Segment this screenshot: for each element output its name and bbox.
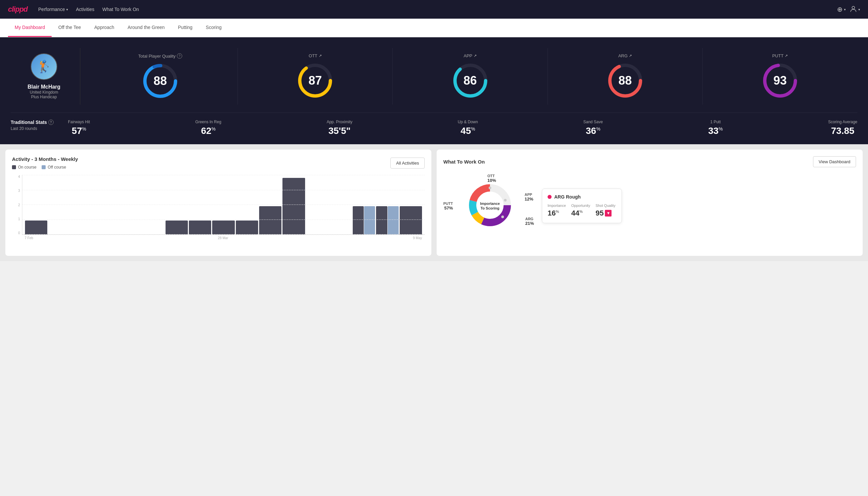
tab-approach[interactable]: Approach [88,19,121,37]
bar-group [329,175,352,234]
info-icon-trad[interactable]: ? [48,120,53,125]
app-logo: clippd [8,5,28,14]
stat-item-up-down: Up & Down 45% [458,120,478,136]
stat-label: 1 Putt [710,120,721,124]
nav-items: Performance ▾ Activities What To Work On [38,5,826,13]
stat-label: Up & Down [458,120,478,124]
chart-area [22,175,425,235]
player-info: 🏌️ Blair McHarg United Kingdom Plus Hand… [11,53,77,99]
stat-value: 36% [586,126,601,136]
bar-group [25,175,47,234]
bar-offcourse [388,206,399,234]
quality-value-app: 86 [463,74,477,88]
bar-group [236,175,258,234]
detail-metric-opportunity: Opportunity 44% [571,203,590,218]
arrow-up-icon-arg: ↗ [629,53,632,58]
stat-item-sand-save: Sand Save 36% [583,120,603,136]
add-chevron-icon: ▾ [844,7,846,11]
traditional-stats-row: Traditional Stats ? Last 20 rounds Fairw… [11,113,857,136]
user-menu-button[interactable]: ▾ [850,5,860,14]
tab-my-dashboard[interactable]: My Dashboard [8,19,52,37]
ring-total: 88 [142,63,178,99]
y-label-4: 4 [12,175,20,179]
bar-group [282,175,305,234]
nav-item-performance[interactable]: Performance ▾ [38,5,68,13]
legend-on-course: On course [12,165,36,170]
player-country: United Kingdom [30,90,58,95]
svg-point-17 [489,187,491,189]
bar-oncourse [165,220,188,235]
user-chevron-icon: ▾ [858,7,860,11]
svg-point-18 [504,199,507,202]
view-dashboard-button[interactable]: View Dashboard [813,156,856,167]
arrow-up-icon-putt: ↗ [785,53,788,58]
tab-scoring[interactable]: Scoring [199,19,228,37]
quality-label-total: Total Player Quality ? [138,53,182,59]
quality-card-total: Total Player Quality ? 88 [83,48,238,105]
y-axis: 0 1 2 3 4 [12,175,20,235]
detail-metric-shot-quality: Shot Quality 95 ▼ [596,203,616,218]
player-quality-row: 🏌️ Blair McHarg United Kingdom Plus Hand… [11,48,857,105]
add-button[interactable]: ⊕ ▾ [837,5,846,13]
quality-label-putt: PUTT ↗ [772,53,788,58]
quality-label-ott: OTT ↗ [309,53,322,58]
bar-group [259,175,282,234]
stat-value: 62% [201,126,216,136]
y-label-1: 1 [12,217,20,221]
detail-card: ARG Rough Importance 16% Opportunity 44%… [542,188,622,223]
player-handicap: Plus Handicap [31,95,57,99]
bar-oncourse [282,178,305,234]
off-course-dot [42,165,46,169]
plus-circle-icon: ⊕ [837,5,843,13]
opportunity-value: 44% [571,209,590,218]
detail-card-title: ARG Rough [548,194,616,200]
quality-value-arg: 88 [618,74,632,88]
x-label-feb: 7 Feb [25,236,33,240]
y-label-2: 2 [12,203,20,207]
on-course-dot [12,165,16,169]
stat-label: Scoring Average [828,120,857,124]
tab-around-the-green[interactable]: Around the Green [121,19,171,37]
arrow-up-icon: ↗ [319,53,322,58]
bar-group [212,175,235,234]
donut-dots [467,182,513,230]
all-activities-button[interactable]: All Activities [390,158,425,169]
bar-group [376,175,398,234]
stat-value: 33% [708,126,723,136]
what-to-work-on-card: What To Work On View Dashboard PUTT 57% … [437,150,863,256]
bar-oncourse [259,206,282,234]
bar-group [142,175,164,234]
tab-off-the-tee[interactable]: Off the Tee [52,19,88,37]
ring-ott: 87 [297,62,333,99]
info-icon[interactable]: ? [177,53,182,59]
svg-point-0 [852,6,855,9]
bar-oncourse [376,206,387,234]
divider [80,48,80,105]
hero-section: 🏌️ Blair McHarg United Kingdom Plus Hand… [0,37,868,144]
importance-value: 16% [548,209,566,218]
quality-label-arg: ARG ↗ [618,53,632,58]
donut-label-ott: OTT 10% [487,174,496,183]
bar-group [400,175,422,234]
bar-group [165,175,188,234]
x-label-mar: 28 Mar [218,236,228,240]
bar-group [306,175,328,234]
x-axis: 7 Feb 28 Mar 9 May [22,236,425,240]
tab-putting[interactable]: Putting [171,19,199,37]
bar-group [189,175,211,234]
quality-label-app: APP ↗ [464,53,477,58]
donut-label-putt: PUTT 57% [443,202,453,211]
bar-group [353,175,375,234]
y-label-3: 3 [12,189,20,192]
stat-label: App. Proximity [327,120,352,124]
nav-item-activities[interactable]: Activities [76,5,94,13]
bars-container [22,175,425,234]
trend-down-icon: ▼ [605,210,612,217]
bar-oncourse [25,220,47,235]
bar-offcourse [364,206,375,234]
legend-off-course: Off course [42,165,66,170]
wtwo-content: PUTT 57% OTT 10% APP 12% ARG 21% [443,173,856,239]
chart-legend: On course Off course [12,165,78,170]
stat-value: 45% [461,126,475,136]
nav-item-what-to-work-on[interactable]: What To Work On [102,5,139,13]
